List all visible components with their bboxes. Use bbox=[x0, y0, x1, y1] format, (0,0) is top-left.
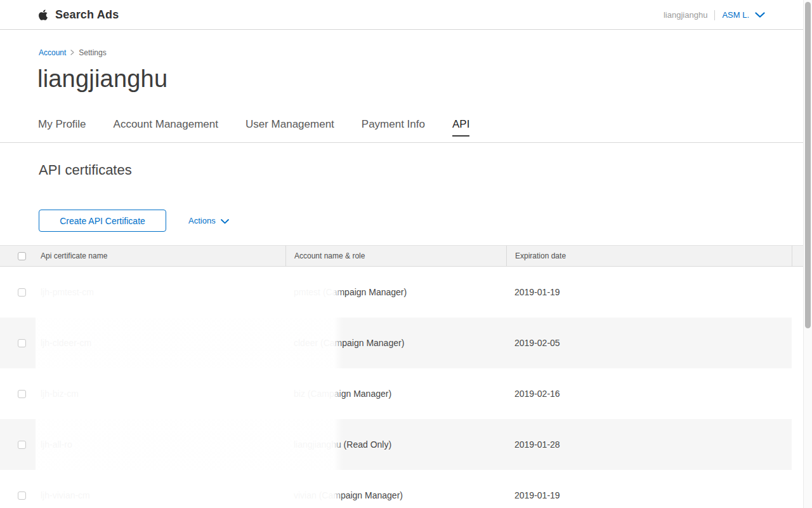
tab-api[interactable]: API bbox=[452, 113, 469, 142]
chevron-right-icon bbox=[70, 48, 74, 57]
app-title: Search Ads bbox=[55, 8, 119, 22]
certificate-name: ljh-biz-cm bbox=[39, 389, 285, 399]
org-switcher[interactable]: ASM L. bbox=[722, 10, 765, 21]
table-controls: Create API Certificate Actions bbox=[0, 210, 812, 232]
row-checkbox[interactable] bbox=[18, 288, 26, 297]
column-header-account-role: Account name & role bbox=[285, 246, 506, 266]
table-header: Api certificate name Account name & role… bbox=[0, 245, 803, 267]
account-name-role: liangjianghu (Read Only) bbox=[285, 439, 506, 450]
create-api-certificate-button[interactable]: Create API Certificate bbox=[39, 210, 166, 232]
expiration-date: 2019-02-05 bbox=[506, 338, 792, 348]
account-name-role: biz (Campaign Manager) bbox=[285, 389, 506, 399]
account-menu: liangjianghu ASM L. bbox=[664, 0, 765, 30]
expiration-date: 2019-01-19 bbox=[506, 287, 792, 297]
apple-logo-icon bbox=[38, 9, 48, 21]
user-name: liangjianghu bbox=[664, 10, 707, 20]
page-title: liangjianghu bbox=[0, 65, 812, 93]
column-header-expiration: Expiration date bbox=[506, 246, 792, 266]
certificate-name: ljh-all-ro bbox=[39, 439, 285, 450]
tab-bar: My Profile Account Management User Manag… bbox=[0, 113, 812, 143]
certificate-name: ljh-cldeer-cm bbox=[39, 338, 285, 348]
expiration-date: 2019-02-16 bbox=[506, 389, 792, 399]
table-row[interactable]: ljh-biz-cm biz (Campaign Manager) 2019-0… bbox=[0, 368, 803, 419]
column-header-spacer bbox=[792, 246, 803, 266]
table-row[interactable]: ljh-cldeer-cm cldeer (Campaign Manager) … bbox=[0, 318, 803, 368]
select-all-checkbox[interactable] bbox=[18, 252, 26, 260]
section-title: API certificates bbox=[0, 162, 812, 178]
vertical-scrollbar[interactable] bbox=[803, 0, 812, 508]
actions-dropdown[interactable]: Actions bbox=[188, 215, 229, 227]
breadcrumb-account-link[interactable]: Account bbox=[39, 48, 66, 57]
top-bar: Search Ads liangjianghu ASM L. bbox=[0, 0, 812, 30]
row-checkbox[interactable] bbox=[18, 441, 26, 449]
certificate-name: ljh-vivian-cm bbox=[39, 490, 285, 500]
page-head: Account Settings liangjianghu My Profile… bbox=[0, 30, 812, 143]
account-name-role: vivian (Campaign Manager) bbox=[285, 490, 506, 500]
divider bbox=[714, 10, 715, 20]
account-name-role: cldeer (Campaign Manager) bbox=[285, 338, 506, 348]
org-name: ASM L. bbox=[722, 10, 749, 20]
scrollbar-thumb[interactable] bbox=[805, 2, 811, 328]
certificate-name: ljh-pmtest-cm bbox=[39, 287, 285, 297]
column-header-certificate-name: Api certificate name bbox=[39, 251, 285, 260]
api-certificates-section: API certificates Create API Certificate … bbox=[0, 162, 812, 508]
breadcrumb-current: Settings bbox=[79, 48, 106, 57]
table-row[interactable]: ljh-pmtest-cm pmtest (Campaign Manager) … bbox=[0, 267, 803, 318]
tab-payment-info[interactable]: Payment Info bbox=[362, 113, 425, 142]
table-row[interactable]: ljh-vivian-cm vivian (Campaign Manager) … bbox=[0, 470, 803, 508]
expiration-date: 2019-01-19 bbox=[506, 490, 792, 500]
tab-my-profile[interactable]: My Profile bbox=[38, 113, 86, 142]
breadcrumb: Account Settings bbox=[0, 48, 812, 57]
brand[interactable]: Search Ads bbox=[38, 8, 119, 22]
tab-account-management[interactable]: Account Management bbox=[114, 113, 218, 142]
actions-label: Actions bbox=[188, 216, 216, 225]
chevron-down-icon bbox=[755, 10, 765, 21]
account-name-role: pmtest (Campaign Manager) bbox=[285, 287, 506, 297]
row-checkbox[interactable] bbox=[18, 491, 26, 500]
table-row[interactable]: ljh-all-ro liangjianghu (Read Only) 2019… bbox=[0, 419, 803, 470]
tab-user-management[interactable]: User Management bbox=[246, 113, 334, 142]
table-body: ljh-pmtest-cm pmtest (Campaign Manager) … bbox=[0, 267, 803, 508]
row-checkbox[interactable] bbox=[18, 390, 26, 398]
expiration-date: 2019-01-28 bbox=[506, 439, 792, 450]
row-checkbox[interactable] bbox=[18, 339, 26, 347]
chevron-down-icon bbox=[221, 215, 229, 227]
certificates-table: Api certificate name Account name & role… bbox=[0, 245, 803, 508]
